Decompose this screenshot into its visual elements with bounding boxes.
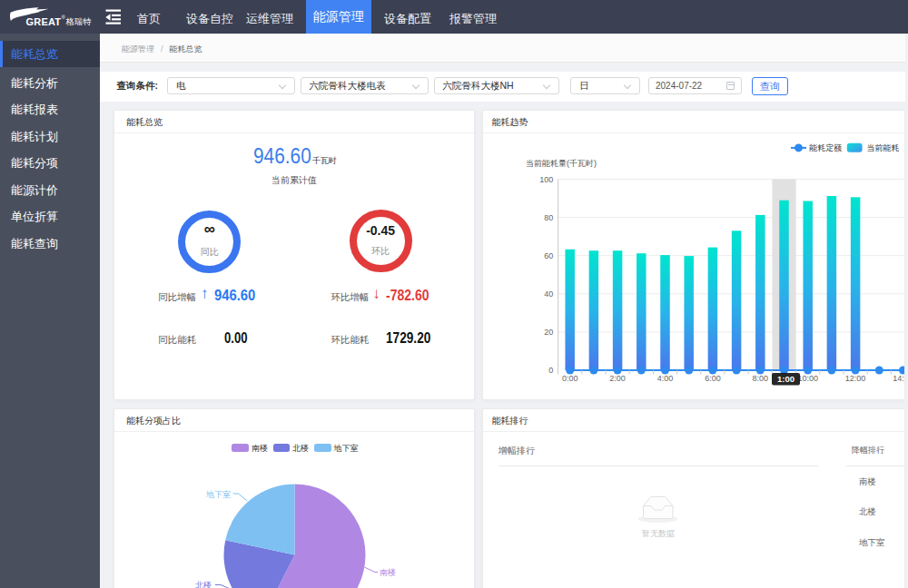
svg-text:GREAT: GREAT (26, 16, 62, 27)
svg-text:能耗定额: 能耗定额 (809, 143, 842, 152)
svg-text:14:00: 14:00 (893, 374, 904, 383)
svg-text:40: 40 (544, 289, 553, 299)
svg-text:6:00: 6:00 (705, 374, 721, 383)
svg-text:12:00: 12:00 (845, 374, 866, 383)
svg-text:0:00: 0:00 (562, 374, 578, 383)
svg-text:60: 60 (544, 251, 553, 260)
svg-text:地下室: 地下室 (205, 490, 231, 499)
svg-text:20: 20 (544, 328, 553, 337)
svg-text:8:00: 8:00 (753, 374, 769, 383)
svg-text:0: 0 (548, 366, 553, 375)
svg-text:100: 100 (539, 175, 553, 184)
svg-text:南楼: 南楼 (380, 568, 396, 577)
svg-text:当前能耗: 当前能耗 (866, 143, 899, 152)
svg-text:北楼: 北楼 (195, 581, 212, 588)
svg-text:当前能耗量(千瓦时): 当前能耗量(千瓦时) (526, 159, 597, 168)
svg-text:4:00: 4:00 (657, 374, 674, 383)
svg-text:80: 80 (544, 213, 553, 222)
svg-text:2:00: 2:00 (609, 374, 626, 383)
svg-text:1:00: 1:00 (777, 374, 794, 384)
svg-text:格瑞特: 格瑞特 (66, 17, 93, 26)
svg-text:10:00: 10:00 (797, 374, 818, 383)
